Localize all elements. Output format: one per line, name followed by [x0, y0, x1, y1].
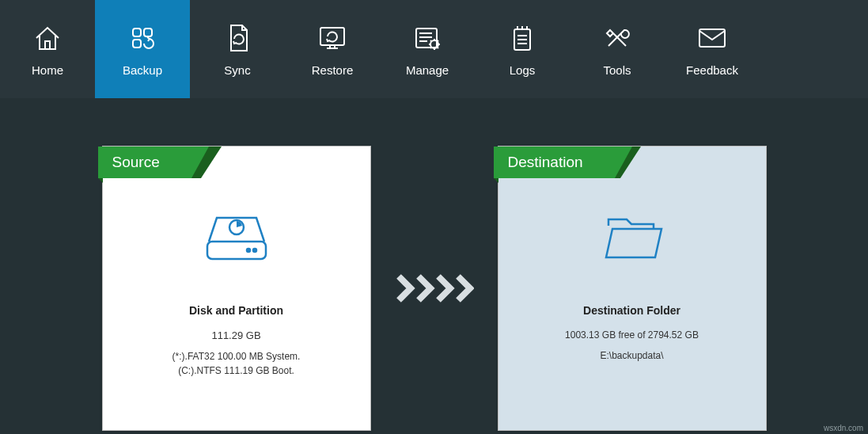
nav-label: Manage — [406, 63, 449, 77]
disk-icon — [201, 210, 272, 268]
svg-rect-13 — [699, 29, 725, 47]
destination-header-label: Destination — [494, 147, 615, 178]
main-content: Source Disk and Partition 111.29 GB (*:)… — [0, 98, 868, 431]
nav-label: Restore — [312, 63, 354, 77]
nav-feedback[interactable]: Feedback — [665, 0, 760, 98]
nav-manage[interactable]: Manage — [380, 0, 475, 98]
panel-header: Source — [103, 147, 370, 178]
nav-home[interactable]: Home — [0, 0, 95, 98]
destination-free: 1003.13 GB free of 2794.52 GB — [565, 329, 699, 341]
destination-body: Destination Folder 1003.13 GB free of 27… — [498, 178, 766, 430]
nav-logs[interactable]: Logs — [475, 0, 570, 98]
svg-point-15 — [253, 249, 256, 252]
backup-icon — [127, 22, 158, 54]
nav-label: Backup — [123, 63, 162, 77]
svg-rect-1 — [144, 29, 152, 36]
source-panel[interactable]: Source Disk and Partition 111.29 GB (*:)… — [102, 146, 371, 431]
svg-rect-3 — [320, 28, 344, 45]
source-details: (*:).FAT32 100.00 MB System. (C:).NTFS 1… — [172, 349, 301, 378]
destination-title: Destination Folder — [583, 304, 680, 317]
nav-backup[interactable]: Backup — [95, 0, 190, 98]
tools-icon — [602, 22, 632, 54]
sync-icon — [223, 22, 252, 54]
source-header-label: Source — [98, 147, 191, 178]
source-title: Disk and Partition — [189, 304, 283, 317]
folder-icon — [597, 210, 668, 268]
nav-tools[interactable]: Tools — [570, 0, 665, 98]
source-detail-1: (*:).FAT32 100.00 MB System. — [172, 349, 301, 364]
source-size: 111.29 GB — [211, 329, 260, 341]
svg-point-16 — [247, 249, 250, 252]
nav-restore[interactable]: Restore — [285, 0, 380, 98]
svg-rect-2 — [133, 40, 141, 48]
panel-header: Destination — [498, 147, 766, 178]
svg-rect-0 — [133, 29, 141, 36]
nav-label: Feedback — [686, 63, 738, 77]
feedback-icon — [696, 22, 729, 54]
top-nav: Home Backup Sync Restore Manage Logs — [0, 0, 868, 98]
nav-label: Home — [32, 63, 63, 77]
nav-label: Tools — [603, 63, 631, 77]
logs-icon — [508, 22, 536, 54]
nav-sync[interactable]: Sync — [190, 0, 285, 98]
nav-label: Logs — [510, 63, 536, 77]
nav-label: Sync — [224, 63, 250, 77]
restore-icon — [316, 22, 349, 54]
arrow-icon — [395, 272, 474, 304]
destination-panel[interactable]: Destination Destination Folder 1003.13 G… — [498, 146, 767, 431]
watermark: wsxdn.com — [824, 424, 863, 432]
manage-icon — [411, 22, 443, 54]
destination-path: E:\backupdata\ — [600, 348, 663, 363]
home-icon — [32, 22, 63, 54]
source-detail-2: (C:).NTFS 111.19 GB Boot. — [172, 364, 301, 378]
source-body: Disk and Partition 111.29 GB (*:).FAT32 … — [103, 178, 370, 430]
